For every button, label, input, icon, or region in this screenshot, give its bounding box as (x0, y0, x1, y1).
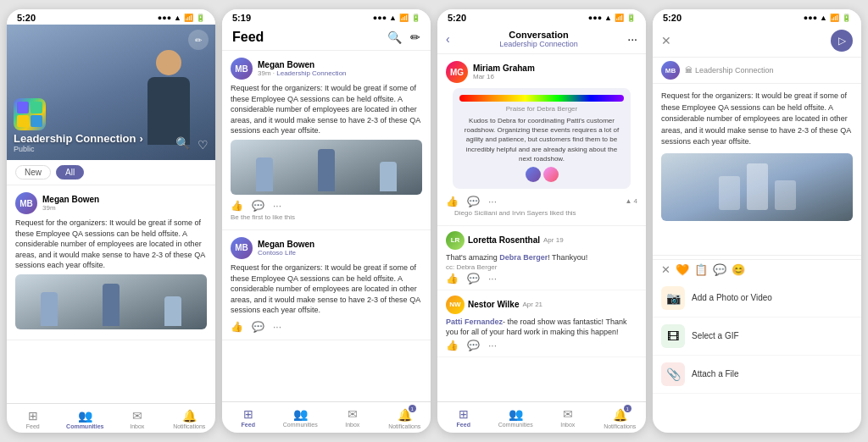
comment-icon-orig[interactable]: 💬 (467, 196, 480, 207)
post-author: Megan Bowen (42, 195, 207, 204)
close-icon[interactable]: ✕ (661, 34, 671, 47)
nav-notifications-2[interactable]: 🔔 1 Notifications (379, 406, 431, 431)
more-icon-conv[interactable]: ··· (627, 32, 637, 46)
time-2: 5:19 (232, 13, 251, 23)
reply-1-header: LR Loretta Rosenthal Apr 19 (446, 231, 637, 250)
avatar-mb-2: MB (231, 237, 253, 259)
nav-inbox-3[interactable]: ✉ Inbox (542, 406, 594, 431)
post-community-2: Contoso Life (258, 249, 422, 257)
like-count: ▲ 4 (625, 197, 637, 205)
post-list-1: MB Megan Bowen 39m Request for the organ… (7, 185, 215, 403)
feed-icon-2: ⊞ (243, 407, 253, 421)
conv-title: Conversation (450, 30, 628, 40)
search-icon[interactable]: 🔍 (175, 136, 190, 150)
hero-banner: ✏ Leadership Connection › Public 🔍 ♡ (7, 25, 215, 160)
comment-reply-1[interactable]: 💬 (467, 273, 480, 285)
inbox-icon: ✉ (132, 409, 142, 423)
reply-2: NW Nestor Wilke Apr 21 Patti Fernandez- … (437, 290, 646, 357)
comment-icon[interactable]: 💬 (252, 200, 264, 212)
attachment-menu: 📷 Add a Photo or Video 🎞 Select a GIF 📎 … (653, 279, 861, 434)
compose-image (661, 153, 853, 221)
communities-icon-3: 👥 (509, 407, 523, 421)
emoji1-icon[interactable]: 🧡 (676, 263, 689, 276)
screen1-community: 5:20 ●●● ▲ 📶 🔋 ✏ (7, 9, 215, 433)
nav-notifications[interactable]: 🔔 Notifications (164, 407, 216, 431)
edit-icon[interactable]: ✏ (188, 30, 209, 50)
file-label: Attach a File (692, 369, 739, 378)
search-icon[interactable]: 🔍 (387, 30, 402, 44)
compose-area: Request for the organizers: It would be … (653, 84, 861, 251)
post-actions-orig: 👍 💬 ··· ▲ 4 (446, 194, 637, 207)
nav-communities[interactable]: 👥 Communities (59, 407, 112, 431)
reply-1-author: Loretta Rosenthal (468, 235, 540, 245)
nav-notifications-3[interactable]: 🔔 1 Notifications (594, 406, 647, 431)
photo-icon: 📷 (661, 286, 685, 310)
compose-text[interactable]: Request for the organizers: It would be … (661, 91, 853, 148)
kudos-rainbow (459, 95, 624, 102)
reply-2-date: Apr 21 (522, 301, 542, 308)
more-reply-2[interactable]: ··· (488, 340, 497, 351)
inbox-icon-2: ✉ (348, 407, 358, 421)
post-time-community-1: 39m · Leadership Connection (258, 69, 422, 77)
like-icon-orig[interactable]: 👍 (446, 196, 459, 207)
post-text-1: Request for the organizers: It would be … (231, 83, 422, 136)
emoji4-icon[interactable]: 😊 (732, 263, 745, 276)
comment-reply-2[interactable]: 💬 (467, 340, 480, 351)
community-logo (14, 98, 46, 130)
time-3: 5:20 (448, 13, 466, 23)
photo-label: Add a Photo or Video (692, 293, 772, 302)
more-icon-orig[interactable]: ··· (488, 196, 497, 207)
post-meta-1: Megan Bowen 39m · Leadership Connection (258, 60, 422, 77)
nav-feed[interactable]: ⊞ Feed (7, 407, 59, 431)
attach-gif[interactable]: 🎞 Select a GIF (653, 318, 861, 356)
reply-1-text: That's amazing Debra Berger! Thankyou! (446, 252, 637, 263)
avatar: MB (15, 192, 37, 214)
more-icon[interactable]: ··· (273, 200, 281, 212)
reply-2-header: NW Nestor Wilke Apr 21 (446, 296, 637, 314)
bottom-nav-3: ⊞ Feed 👥 Communities ✉ Inbox 🔔 1 Notific… (437, 401, 646, 433)
nav-communities-2[interactable]: 👥 Communities (275, 406, 327, 431)
send-button[interactable]: ▷ (831, 30, 853, 52)
nav-inbox-2[interactable]: ✉ Inbox (326, 406, 379, 431)
post-actions-2: 👍 💬 ··· (231, 319, 422, 333)
community-label: 🏛 Leadership Connection (685, 66, 774, 75)
attach-file[interactable]: 📎 Attach a File (653, 356, 861, 394)
post-text: Request for the organizers: It would be … (15, 218, 207, 271)
gif-label: Select a GIF (692, 331, 739, 340)
like-reply-1[interactable]: 👍 (446, 273, 459, 285)
orig-post-header: MG Miriam Graham Mar 16 (446, 61, 637, 83)
time-4: 5:20 (663, 13, 682, 23)
like-reply-2[interactable]: 👍 (446, 340, 459, 351)
post-meta: Megan Bowen 39m (42, 195, 207, 212)
nav-inbox[interactable]: ✉ Inbox (111, 407, 164, 431)
edit-icon[interactable]: ✏ (410, 30, 420, 44)
post-text-2: Request for the organizers: It would be … (231, 262, 422, 316)
filter-new[interactable]: New (15, 165, 51, 180)
reply-2-actions: 👍 💬 ··· (446, 338, 637, 351)
kudos-card: Praise for Debra Berger Kudos to Debra f… (453, 88, 631, 189)
attach-photo[interactable]: 📷 Add a Photo or Video (653, 279, 861, 318)
user-avatar: MB (661, 61, 680, 80)
nav-communities-3[interactable]: 👥 Communities (490, 406, 542, 431)
divider (653, 255, 861, 256)
like-text-1: Be the first to like this (231, 212, 422, 223)
more-reply-1[interactable]: ··· (488, 273, 497, 285)
status-icons-2: ●●● ▲ 📶 🔋 (373, 14, 420, 22)
nav-feed-2[interactable]: ⊞ Feed (222, 406, 275, 431)
post-time: 39m (42, 204, 207, 212)
avatar-mg: MG (446, 61, 468, 83)
like-icon-2[interactable]: 👍 (231, 321, 243, 333)
nav-feed-3[interactable]: ⊞ Feed (437, 406, 490, 431)
comment-icon-2[interactable]: 💬 (252, 321, 264, 333)
status-icons-3: ●●● ▲ 📶 🔋 (588, 14, 636, 22)
heart-icon[interactable]: ♡ (198, 138, 209, 152)
like-icon[interactable]: 👍 (231, 200, 243, 212)
filter-all[interactable]: All (56, 165, 84, 180)
feed-post-2: MB Megan Bowen Contoso Life Request for … (222, 230, 431, 340)
close-toolbar-icon[interactable]: ✕ (661, 263, 670, 276)
gif-icon: 🎞 (661, 324, 685, 348)
more-icon-2[interactable]: ··· (273, 321, 281, 333)
emoji3-icon[interactable]: 💬 (713, 263, 726, 276)
reply-1-actions: 👍 💬 ··· (446, 271, 637, 285)
emoji2-icon[interactable]: 📋 (694, 263, 708, 276)
